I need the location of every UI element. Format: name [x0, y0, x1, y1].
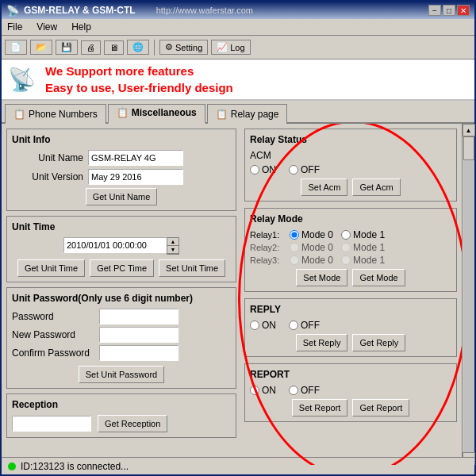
- relay-status-section: Relay Status ACM ON OFF Set Acm: [244, 129, 457, 202]
- setting-button[interactable]: ⚙ Setting: [159, 40, 208, 55]
- menu-view[interactable]: View: [34, 21, 60, 33]
- relay3-label: Relay3:: [250, 255, 290, 265]
- tab-miscellaneous[interactable]: 📋 Miscellaneous: [108, 104, 205, 124]
- set-reply-button[interactable]: Set Reply: [296, 334, 348, 351]
- report-on-radio[interactable]: [250, 386, 259, 395]
- relay3-mode0-radio: [290, 255, 299, 265]
- unit-time-title: Unit Time: [12, 221, 231, 232]
- relay-status-on-radio[interactable]: [250, 165, 259, 175]
- minimize-button[interactable]: −: [428, 5, 441, 16]
- setting-icon: ⚙: [165, 42, 173, 52]
- get-mode-button[interactable]: Get Mode: [352, 269, 405, 286]
- scroll-up-button[interactable]: ▲: [463, 124, 475, 136]
- scrollbar[interactable]: ▲ ▼: [462, 124, 474, 465]
- relay3-mode1-radio: [341, 255, 351, 265]
- scroll-thumb[interactable]: [463, 136, 474, 160]
- misc-tab-label: Miscellaneous: [132, 107, 197, 118]
- report-on-label[interactable]: ON: [250, 385, 276, 396]
- new-password-input[interactable]: [99, 327, 178, 343]
- relay-status-title: Relay Status: [250, 134, 451, 145]
- tab-relay-page[interactable]: 📋 Relay page: [207, 104, 288, 124]
- confirm-password-input[interactable]: [99, 345, 178, 361]
- get-reply-button[interactable]: Get Reply: [352, 334, 405, 351]
- unit-name-input[interactable]: [88, 150, 183, 166]
- phone-tab-icon: 📋: [13, 109, 25, 120]
- unit-info-title: Unit Info: [12, 134, 231, 145]
- time-input[interactable]: [63, 237, 167, 253]
- reply-on-label[interactable]: ON: [250, 320, 276, 331]
- new-button[interactable]: 📄: [5, 40, 27, 55]
- unit-name-label: Unit Name: [12, 152, 83, 163]
- reception-input[interactable]: [12, 416, 91, 432]
- unit-version-label: Unit Version: [12, 171, 83, 182]
- title-bar: 📡 GSM-RELAY & GSM-CTL http://www.waferst…: [2, 2, 474, 19]
- reply-section: REPLY ON OFF Set Reply Get Reply: [244, 298, 457, 357]
- header-area: 📡 We Support more features Easy to use, …: [2, 60, 474, 101]
- reply-title: REPLY: [250, 304, 451, 315]
- set-unit-time-button[interactable]: Set Unit Time: [159, 259, 225, 277]
- relay-status-off-label[interactable]: OFF: [289, 164, 320, 175]
- tab-phone-numbers[interactable]: 📋 Phone Numbers: [5, 104, 106, 124]
- reply-on-radio[interactable]: [250, 321, 259, 330]
- relay1-mode1-radio[interactable]: [341, 230, 351, 240]
- header-logo: 📡: [8, 67, 36, 93]
- tab-bar: 📋 Phone Numbers 📋 Miscellaneous 📋 Relay …: [2, 101, 474, 124]
- save-button[interactable]: 💾: [56, 40, 78, 55]
- password-label: Password: [12, 311, 99, 322]
- status-text: ID:123123 is connected...: [21, 461, 129, 472]
- left-panel: Unit Info Unit Name Unit Version Get Uni…: [6, 129, 236, 460]
- relay-status-off-radio[interactable]: [289, 165, 298, 175]
- save-icon: 💾: [61, 42, 72, 52]
- scroll-track[interactable]: [463, 136, 474, 452]
- log-button[interactable]: 📈 Log: [211, 40, 250, 55]
- get-unit-name-button[interactable]: Get Unit Name: [86, 188, 158, 205]
- close-button[interactable]: ✕: [457, 5, 470, 16]
- unit-time-section: Unit Time ▲ ▼ Get Unit Time Get PC Time: [6, 216, 236, 282]
- report-off-label[interactable]: OFF: [289, 385, 320, 396]
- toolbar: 📄 📂 💾 🖨 🖥 🌐 ⚙ Setting 📈 Log: [2, 36, 474, 60]
- print-button[interactable]: 🖨: [81, 40, 101, 55]
- report-title: REPORT: [250, 369, 451, 380]
- relay3-mode0-label: Mode 0: [290, 255, 333, 266]
- monitor-icon: 🖥: [109, 43, 118, 52]
- report-off-radio[interactable]: [289, 386, 298, 395]
- unit-version-input[interactable]: [88, 169, 183, 185]
- right-panel: Relay Status ACM ON OFF Set Acm: [244, 129, 457, 460]
- maximize-button[interactable]: □: [443, 5, 455, 16]
- status-bar: ID:123123 is connected...: [2, 457, 474, 474]
- globe-button[interactable]: 🌐: [127, 40, 149, 55]
- header-line1: We Support more features: [45, 63, 233, 79]
- get-reception-button[interactable]: Get Reception: [98, 415, 167, 432]
- set-unit-password-button[interactable]: Set Unit Password: [79, 366, 164, 383]
- reply-off-radio[interactable]: [289, 321, 298, 330]
- time-down-button[interactable]: ▼: [167, 246, 178, 254]
- set-mode-button[interactable]: Set Mode: [296, 269, 347, 286]
- window: 📡 GSM-RELAY & GSM-CTL http://www.waferst…: [0, 0, 476, 476]
- menu-help[interactable]: Help: [69, 21, 94, 33]
- reply-off-label[interactable]: OFF: [289, 320, 320, 331]
- relay1-mode0-label[interactable]: Mode 0: [290, 229, 333, 240]
- get-report-button[interactable]: Get Report: [352, 399, 409, 416]
- monitor-button[interactable]: 🖥: [104, 40, 124, 55]
- set-acm-button[interactable]: Set Acm: [301, 178, 347, 196]
- toolbar-divider: [154, 40, 155, 56]
- set-report-button[interactable]: Set Report: [292, 399, 348, 416]
- relay-status-on-label[interactable]: ON: [250, 164, 276, 175]
- window-url: http://www.waferstar.com: [156, 6, 253, 15]
- relay1-mode0-radio[interactable]: [290, 230, 299, 240]
- relay2-mode0-label: Mode 0: [290, 242, 333, 253]
- log-label: Log: [230, 43, 244, 52]
- open-button[interactable]: 📂: [30, 40, 52, 55]
- menu-file[interactable]: File: [5, 21, 25, 33]
- confirm-password-label: Confirm Password: [12, 347, 99, 359]
- get-acm-button[interactable]: Get Acm: [352, 178, 400, 196]
- menu-bar: File View Help: [2, 19, 474, 36]
- relay1-mode1-label[interactable]: Mode 1: [341, 229, 385, 240]
- window-title: GSM-RELAY & GSM-CTL: [24, 5, 136, 16]
- relay-tab-label: Relay page: [231, 109, 279, 120]
- get-pc-time-button[interactable]: Get PC Time: [90, 259, 154, 277]
- get-unit-time-button[interactable]: Get Unit Time: [17, 259, 85, 277]
- time-up-button[interactable]: ▲: [167, 238, 178, 246]
- new-icon: 📄: [10, 42, 21, 52]
- password-input[interactable]: [99, 309, 178, 324]
